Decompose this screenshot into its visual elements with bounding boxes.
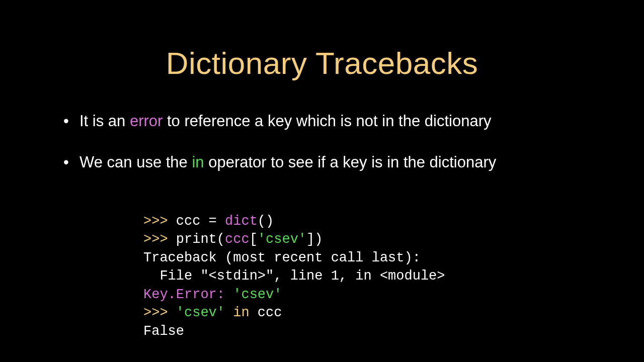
bullet-text-post: to reference a key which is not in the d…: [163, 112, 491, 130]
keyword-error: error: [130, 112, 163, 130]
code-block: >>> ccc = dict() >>> print(ccc['csev']) …: [143, 194, 589, 341]
bullet-text-post: operator to see if a key is in the dicti…: [204, 153, 497, 171]
code-text: ]): [306, 232, 323, 247]
code-line: >>> 'csev' in ccc: [143, 305, 282, 320]
keyword: in: [233, 305, 249, 320]
code-text: ccc: [250, 305, 282, 320]
prompt: >>>: [143, 214, 176, 229]
code-text: ccc =: [176, 214, 225, 229]
code-text: [: [250, 232, 258, 247]
code-line: >>> ccc = dict(): [143, 214, 274, 229]
code-line: >>> print(ccc['csev']): [143, 232, 323, 247]
code-line: False: [143, 324, 184, 339]
slide: Dictionary Tracebacks It is an error to …: [0, 0, 644, 362]
code-line: Traceback (most recent call last):: [143, 250, 421, 265]
slide-title: Dictionary Tracebacks: [55, 45, 589, 81]
bullet-text-pre: It is an: [79, 112, 130, 130]
bullet-item: We can use the in operator to see if a k…: [60, 152, 589, 172]
prompt: >>>: [143, 232, 176, 247]
code-text: (): [258, 214, 274, 229]
string-literal: 'csev': [233, 287, 282, 302]
keyword-in: in: [192, 153, 204, 171]
bullet-list: It is an error to reference a key which …: [60, 111, 589, 173]
bullet-text-pre: We can use the: [79, 153, 192, 171]
string-literal: 'csev': [258, 232, 306, 247]
prompt: >>>: [143, 305, 176, 320]
string-literal: 'csev': [176, 305, 225, 320]
code-line: File "<stdin>", line 1, in <module>: [143, 268, 445, 284]
code-line: Key.Error: 'csev': [143, 287, 282, 302]
func-name: dict: [225, 214, 258, 229]
bullet-item: It is an error to reference a key which …: [60, 111, 589, 131]
code-text: [225, 305, 233, 320]
var-name: ccc: [225, 232, 250, 247]
code-text: print(: [176, 232, 225, 247]
error-name: Key.Error:: [143, 287, 233, 302]
